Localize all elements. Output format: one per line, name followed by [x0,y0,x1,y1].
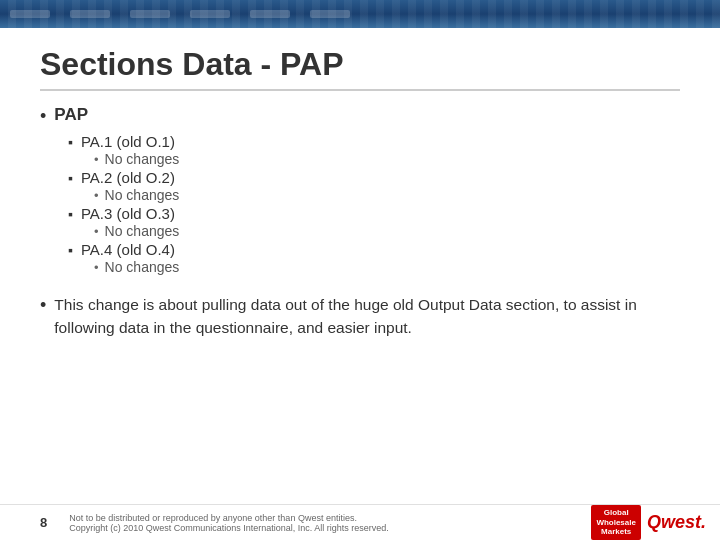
square-bullet-icon: ▪ [68,170,73,186]
top-bar-decoration [70,10,110,18]
top-bar-decoration [190,10,230,18]
square-bullet-icon: ▪ [68,206,73,222]
pa3-changes-text: No changes [105,223,180,239]
pa1-bullet: ▪ PA.1 (old O.1) [68,133,680,150]
footer-logo: Global Wholesale Markets Qwest. [591,505,706,540]
sub-bullet-dot-icon: • [94,188,99,203]
summary-bullet-dot-icon: • [40,295,46,316]
summary-block: • This change is about pulling data out … [40,293,680,340]
sub-bullet-dot-icon: • [94,152,99,167]
top-bar-decoration [10,10,50,18]
pa4-changes-text: No changes [105,259,180,275]
pa3-label: PA.3 (old O.3) [81,205,175,222]
pa1-changes-text: No changes [105,151,180,167]
main-content: Sections Data - PAP • PAP ▪ PA.1 (old O.… [0,28,720,508]
logo-badge: Global Wholesale Markets [591,505,641,540]
page-title: Sections Data - PAP [40,46,680,83]
qwest-logo: Qwest. [647,512,706,533]
pa3-bullet: ▪ PA.3 (old O.3) [68,205,680,222]
pa3-group: ▪ PA.3 (old O.3) • No changes [68,205,680,239]
pap-section: • PAP ▪ PA.1 (old O.1) • No changes ▪ [40,105,680,275]
logo-badge-line1: Global [604,508,629,517]
footer: 8 Not to be distributed or reproduced by… [0,504,720,540]
pa4-bullet: ▪ PA.4 (old O.4) [68,241,680,258]
pap-label: PAP [54,105,88,125]
title-divider [40,89,680,91]
pa1-group: ▪ PA.1 (old O.1) • No changes [68,133,680,167]
pap-bullet: • PAP [40,105,680,127]
pa2-group: ▪ PA.2 (old O.2) • No changes [68,169,680,203]
pa2-label: PA.2 (old O.2) [81,169,175,186]
pa3-changes: • No changes [94,223,680,239]
square-bullet-icon: ▪ [68,134,73,150]
logo-badge-line2: Wholesale [596,518,636,527]
top-decorative-bar [0,0,720,28]
pa4-label: PA.4 (old O.4) [81,241,175,258]
pa2-changes-text: No changes [105,187,180,203]
bullet-dot-icon: • [40,106,46,127]
top-bar-decoration [130,10,170,18]
pa4-changes: • No changes [94,259,680,275]
pa1-changes: • No changes [94,151,680,167]
pa2-changes: • No changes [94,187,680,203]
pa4-group: ▪ PA.4 (old O.4) • No changes [68,241,680,275]
summary-text: This change is about pulling data out of… [54,293,680,340]
sub-bullet-dot-icon: • [94,224,99,239]
copyright-line1: Not to be distributed or reproduced by a… [69,513,591,523]
pa2-bullet: ▪ PA.2 (old O.2) [68,169,680,186]
footer-copyright: Not to be distributed or reproduced by a… [69,513,591,533]
copyright-line2: Copyright (c) 2010 Qwest Communications … [69,523,591,533]
square-bullet-icon: ▪ [68,242,73,258]
top-bar-decoration [250,10,290,18]
top-bar-decoration [310,10,350,18]
page-number: 8 [40,515,47,530]
qwest-wordmark: Qwest. [647,512,706,533]
pap-subsections: ▪ PA.1 (old O.1) • No changes ▪ PA.2 (ol… [68,133,680,275]
logo-badge-line3: Markets [601,527,631,536]
sub-bullet-dot-icon: • [94,260,99,275]
pa1-label: PA.1 (old O.1) [81,133,175,150]
